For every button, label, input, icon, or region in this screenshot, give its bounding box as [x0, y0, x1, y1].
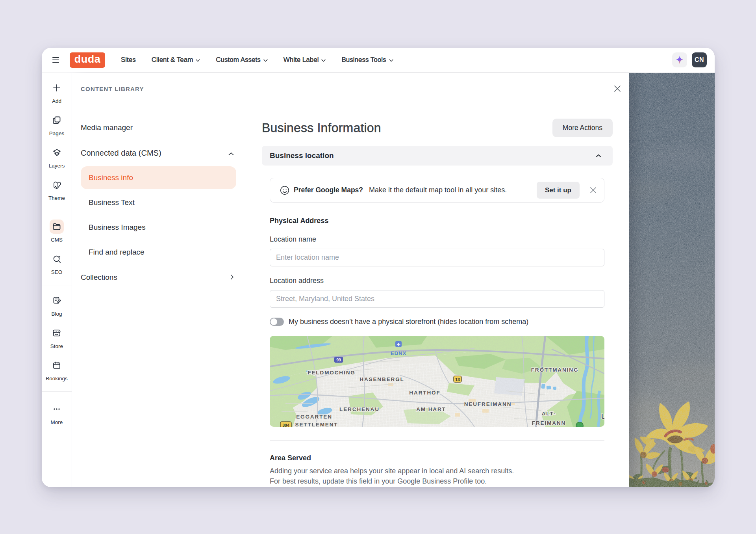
banner-close-icon[interactable] — [588, 185, 598, 195]
sidebar-item-add[interactable]: Add — [42, 76, 72, 109]
site-preview — [629, 73, 715, 487]
nav-client-team[interactable]: Client & Team — [144, 48, 208, 73]
area-served-title: Area Served — [270, 454, 604, 462]
blog-icon — [50, 294, 64, 308]
main-nav: Sites Client & Team Custom Assets White … — [113, 48, 401, 73]
banner-title: Prefer Google Maps? — [294, 186, 363, 194]
nav-white-label[interactable]: White Label — [276, 48, 334, 73]
sidebar-item-bookings[interactable]: Bookings — [42, 354, 72, 386]
more-dots-icon — [50, 402, 64, 416]
calendar-icon — [50, 358, 64, 372]
sidebar-divider — [42, 211, 72, 211]
set-it-up-button[interactable]: Set it up — [537, 182, 580, 199]
nav-business-tools[interactable]: Business Tools — [334, 48, 401, 73]
duda-logo[interactable]: duda — [70, 52, 105, 68]
google-maps-banner: Prefer Google Maps? Make it the default … — [270, 178, 604, 203]
user-avatar[interactable]: CN — [692, 52, 707, 67]
chevron-down-icon — [389, 59, 393, 62]
sidebar-item-layers[interactable]: Layers — [42, 141, 72, 173]
ai-assistant-button[interactable] — [672, 52, 687, 67]
app-window: duda Sites Client & Team Custom Assets W… — [42, 48, 715, 487]
chevron-up-icon — [228, 149, 234, 158]
layers-icon — [50, 145, 64, 160]
library-item-business-info[interactable]: Business info — [81, 166, 236, 189]
more-actions-button[interactable]: More Actions — [552, 119, 613, 137]
library-list: Media manager Connected data (CMS) Busin… — [72, 101, 245, 487]
smiley-emoji-icon — [280, 185, 290, 195]
library-item-collections[interactable]: Collections — [81, 265, 236, 290]
sidebar-divider — [42, 285, 72, 285]
chevron-down-icon — [263, 59, 268, 62]
top-bar: duda Sites Client & Team Custom Assets W… — [42, 48, 715, 73]
banner-text: Make it the default map tool in all your… — [369, 186, 507, 194]
sidebar-item-seo[interactable]: SEO — [42, 247, 72, 280]
toggle-knob — [271, 318, 277, 325]
storefront-toggle-label: My business doesn’t have a physical stor… — [289, 318, 528, 326]
location-address-label: Location address — [270, 277, 604, 285]
seo-search-icon — [50, 252, 64, 266]
sidebar-item-pages[interactable]: Pages — [42, 109, 72, 141]
business-location-accordion[interactable]: Business location — [262, 146, 613, 166]
chevron-up-icon — [596, 152, 601, 159]
library-item-business-images[interactable]: Business Images — [81, 215, 236, 240]
divider — [270, 440, 604, 441]
sidebar-item-store[interactable]: Store — [42, 322, 72, 354]
chevron-down-icon — [321, 59, 326, 62]
nav-custom-assets[interactable]: Custom Assets — [208, 48, 275, 73]
sidebar-item-more[interactable]: More — [42, 398, 72, 430]
store-icon — [50, 326, 64, 340]
sidebar-item-theme[interactable]: Theme — [42, 173, 72, 206]
storefront-toggle[interactable] — [270, 318, 284, 326]
content-library-title: CONTENT LIBRARY — [81, 86, 144, 92]
library-item-business-text[interactable]: Business Text — [81, 190, 236, 215]
sparkle-icon — [675, 55, 684, 65]
sidebar-item-cms[interactable]: CMS — [42, 215, 72, 247]
chevron-right-icon — [230, 273, 234, 282]
physical-address-label: Physical Address — [270, 217, 604, 225]
pages-icon — [50, 113, 64, 127]
content-library-header: CONTENT LIBRARY — [72, 73, 629, 101]
location-name-input[interactable] — [270, 249, 604, 266]
editor-sidebar: Add Pages Layers Theme — [42, 73, 72, 487]
plus-icon — [50, 81, 64, 95]
business-info-panel: Business Information More Actions Busine… — [245, 101, 629, 487]
folder-icon — [50, 220, 64, 234]
content-library-panel: CONTENT LIBRARY Media manager Connected … — [72, 73, 629, 487]
chevron-down-icon — [196, 59, 200, 62]
sidebar-divider — [42, 391, 72, 392]
library-item-find-replace[interactable]: Find and replace — [81, 240, 236, 264]
location-map[interactable]: FELDMOCHING HASENBERGL HARTHOF LERCHENAU… — [270, 336, 604, 427]
close-icon[interactable] — [612, 83, 623, 94]
theme-icon — [50, 178, 64, 192]
area-served-text: Adding your service area helps your site… — [270, 466, 604, 486]
location-address-input[interactable] — [270, 290, 604, 308]
nav-sites[interactable]: Sites — [113, 48, 144, 73]
sidebar-item-blog[interactable]: Blog — [42, 289, 72, 322]
library-item-media-manager[interactable]: Media manager — [81, 119, 236, 137]
page-title: Business Information — [262, 121, 381, 135]
location-name-label: Location name — [270, 235, 604, 244]
library-section-connected-data[interactable]: Connected data (CMS) — [81, 143, 236, 162]
hamburger-menu-icon[interactable] — [52, 57, 59, 63]
